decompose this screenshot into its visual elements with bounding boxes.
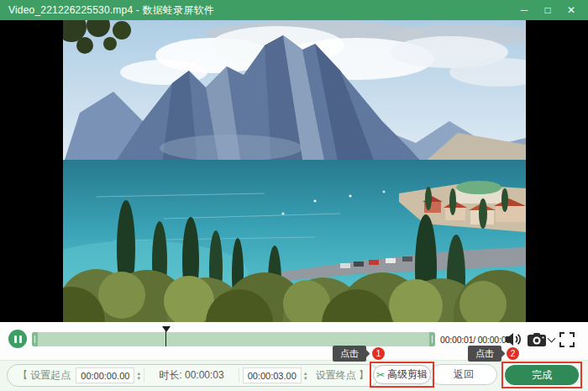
fullscreen-icon[interactable]: [559, 332, 575, 351]
end-time-stepper[interactable]: ▲ ▼: [303, 371, 308, 381]
start-time-stepper[interactable]: ▲ ▼: [136, 371, 141, 381]
duration-label: 时长: 00:00:03: [144, 368, 238, 383]
stepper-down-icon[interactable]: ▼: [136, 376, 141, 381]
trim-settings-group: 【 设置起点 ▲ ▼ 时长: 00:00:03 ▲ ▼ 设置终点 】: [7, 364, 380, 387]
titlebar: Video_221226225530.mp4 - 数据蛙录屏软件 ─ □ ✕: [0, 0, 588, 20]
step-badge-1: 1: [372, 347, 385, 360]
stepper-down-icon[interactable]: ▼: [303, 376, 308, 381]
trim-start-handle[interactable]: [32, 332, 38, 346]
advanced-edit-highlight-box: [370, 362, 434, 388]
bottom-bar: 【 设置起点 ▲ ▼ 时长: 00:00:03 ▲ ▼ 设置终点 】 ✂ 高级剪…: [0, 360, 588, 391]
minimize-icon[interactable]: ─: [514, 2, 534, 18]
back-button[interactable]: 返回: [430, 364, 497, 385]
camera-icon[interactable]: [528, 333, 546, 350]
camera-chevron-down-icon[interactable]: [548, 335, 556, 343]
start-time-input[interactable]: [76, 367, 134, 383]
pause-button[interactable]: [8, 330, 27, 348]
step-badge-2: 2: [507, 347, 519, 360]
set-start-button[interactable]: 【 设置起点: [8, 368, 76, 383]
app-window: Video_221226225530.mp4 - 数据蛙录屏软件 ─ □ ✕: [0, 0, 588, 391]
set-end-button[interactable]: 设置终点 】: [311, 368, 379, 383]
time-display: 00:00:01/ 00:00:03: [440, 335, 511, 345]
video-stage: [0, 20, 588, 322]
done-highlight-box: [501, 362, 582, 388]
lake-mountain-scene: [63, 20, 526, 322]
maximize-icon[interactable]: □: [538, 2, 558, 18]
progress-trim-bar[interactable]: [32, 332, 435, 346]
video-preview: [63, 20, 526, 322]
window-controls: ─ □ ✕: [514, 2, 581, 18]
end-time-input[interactable]: [243, 367, 302, 383]
click-tooltip-1: 点击: [333, 346, 366, 362]
close-icon[interactable]: ✕: [561, 2, 581, 18]
click-tooltip-2: 点击: [468, 346, 501, 362]
playhead[interactable]: [162, 326, 171, 347]
window-title: Video_221226225530.mp4 - 数据蛙录屏软件: [8, 3, 214, 18]
trim-end-handle[interactable]: [429, 332, 435, 346]
divider: [239, 368, 239, 383]
